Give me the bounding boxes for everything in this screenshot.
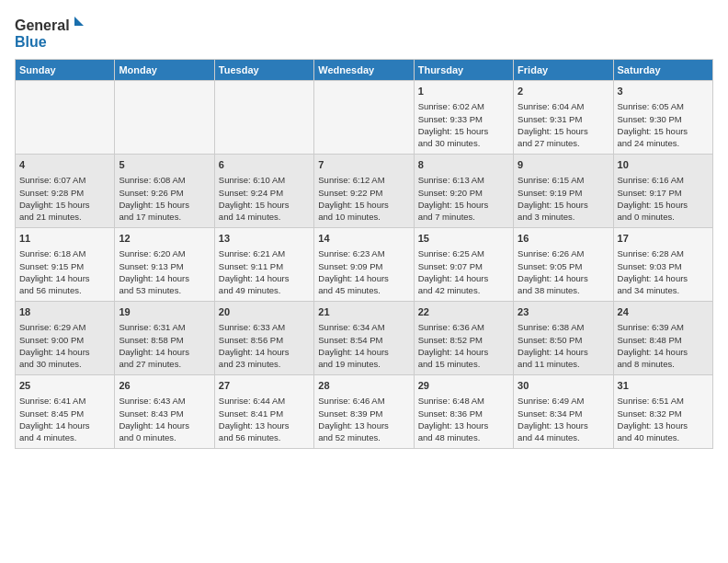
day-number: 24 xyxy=(618,305,709,319)
day-info: Daylight: 14 hours xyxy=(219,346,310,358)
calendar-cell: 1Sunrise: 6:02 AMSunset: 9:33 PMDaylight… xyxy=(414,81,513,155)
svg-text:General: General xyxy=(15,17,70,33)
day-info: Sunrise: 6:29 AM xyxy=(19,321,110,333)
day-info: Sunset: 8:34 PM xyxy=(518,408,609,419)
day-info: Sunset: 9:24 PM xyxy=(219,187,310,199)
day-info: and 3 minutes. xyxy=(518,211,609,223)
day-number: 13 xyxy=(219,232,310,246)
day-info: Daylight: 15 hours xyxy=(518,125,609,137)
svg-marker-2 xyxy=(74,17,84,26)
day-info: Sunrise: 6:51 AM xyxy=(618,395,709,407)
day-info: Daylight: 15 hours xyxy=(418,199,509,211)
day-info: Sunrise: 6:36 AM xyxy=(418,321,509,333)
day-info: and 10 minutes. xyxy=(318,211,409,223)
calendar-cell: 30Sunrise: 6:49 AMSunset: 8:34 PMDayligh… xyxy=(514,375,613,449)
day-info: Sunrise: 6:39 AM xyxy=(618,321,709,333)
calendar-week-row: 11Sunrise: 6:18 AMSunset: 9:15 PMDayligh… xyxy=(16,228,713,302)
day-info: and 38 minutes. xyxy=(518,284,609,296)
day-info: Sunrise: 6:41 AM xyxy=(19,395,110,407)
day-info: and 4 minutes. xyxy=(19,431,110,443)
calendar-cell: 31Sunrise: 6:51 AMSunset: 8:32 PMDayligh… xyxy=(613,375,712,449)
day-info: Sunset: 9:07 PM xyxy=(418,260,509,272)
day-info: Sunrise: 6:46 AM xyxy=(318,395,409,407)
day-info: Daylight: 15 hours xyxy=(518,199,609,211)
weekday-header: Sunday xyxy=(16,60,115,81)
calendar-cell: 20Sunrise: 6:33 AMSunset: 8:56 PMDayligh… xyxy=(214,302,313,375)
day-info: Daylight: 14 hours xyxy=(318,272,409,284)
day-info: Sunset: 9:31 PM xyxy=(518,113,609,125)
day-info: and 53 minutes. xyxy=(119,284,210,296)
day-info: Sunset: 9:22 PM xyxy=(318,187,409,199)
day-number: 27 xyxy=(219,379,310,393)
day-number: 31 xyxy=(618,379,709,393)
day-info: and 21 minutes. xyxy=(19,211,110,223)
day-info: Sunset: 8:45 PM xyxy=(19,408,110,419)
calendar-cell: 11Sunrise: 6:18 AMSunset: 9:15 PMDayligh… xyxy=(16,228,115,302)
day-info: Sunset: 9:13 PM xyxy=(119,260,210,272)
day-info: Sunset: 8:41 PM xyxy=(219,408,310,419)
day-info: Sunset: 8:36 PM xyxy=(418,408,509,419)
calendar-week-row: 25Sunrise: 6:41 AMSunset: 8:45 PMDayligh… xyxy=(16,375,713,449)
calendar-cell: 23Sunrise: 6:38 AMSunset: 8:50 PMDayligh… xyxy=(514,302,613,375)
day-info: Sunset: 9:09 PM xyxy=(318,260,409,272)
day-info: Sunrise: 6:12 AM xyxy=(318,174,409,186)
day-info: Sunrise: 6:13 AM xyxy=(418,174,509,186)
day-info: Sunset: 8:32 PM xyxy=(618,408,709,419)
day-info: Daylight: 13 hours xyxy=(618,419,709,431)
calendar-cell xyxy=(115,81,214,155)
day-info: and 30 minutes. xyxy=(418,137,509,149)
calendar-cell: 14Sunrise: 6:23 AMSunset: 9:09 PMDayligh… xyxy=(314,228,414,302)
day-info: Daylight: 13 hours xyxy=(219,419,310,431)
day-info: Sunrise: 6:33 AM xyxy=(219,321,310,333)
day-info: Sunrise: 6:34 AM xyxy=(318,321,409,333)
day-info: and 24 minutes. xyxy=(618,137,709,149)
calendar-cell: 10Sunrise: 6:16 AMSunset: 9:17 PMDayligh… xyxy=(613,155,712,228)
day-info: and 27 minutes. xyxy=(518,137,609,149)
day-info: and 56 minutes. xyxy=(19,284,110,296)
day-info: Sunset: 9:15 PM xyxy=(19,260,110,272)
calendar-cell: 29Sunrise: 6:48 AMSunset: 8:36 PMDayligh… xyxy=(414,375,513,449)
day-number: 8 xyxy=(418,158,509,172)
day-info: Daylight: 14 hours xyxy=(618,346,709,358)
day-info: Sunset: 8:56 PM xyxy=(219,334,310,346)
day-info: Daylight: 15 hours xyxy=(618,199,709,211)
day-info: Sunset: 9:30 PM xyxy=(618,113,709,125)
day-info: and 56 minutes. xyxy=(219,431,310,443)
calendar-cell: 6Sunrise: 6:10 AMSunset: 9:24 PMDaylight… xyxy=(214,155,313,228)
day-info: Sunrise: 6:16 AM xyxy=(618,174,709,186)
day-info: Sunrise: 6:31 AM xyxy=(119,321,210,333)
day-info: and 27 minutes. xyxy=(119,358,210,370)
day-info: Sunrise: 6:25 AM xyxy=(418,247,509,259)
day-info: Sunset: 8:39 PM xyxy=(318,408,409,419)
day-info: Daylight: 14 hours xyxy=(418,346,509,358)
day-info: and 45 minutes. xyxy=(318,284,409,296)
day-info: Daylight: 15 hours xyxy=(119,199,210,211)
day-info: Daylight: 14 hours xyxy=(318,346,409,358)
calendar-cell: 18Sunrise: 6:29 AMSunset: 9:00 PMDayligh… xyxy=(16,302,115,375)
day-info: Sunrise: 6:49 AM xyxy=(518,395,609,407)
day-info: and 15 minutes. xyxy=(418,358,509,370)
logo: GeneralBlue xyxy=(15,15,88,52)
day-number: 10 xyxy=(618,158,709,172)
day-info: and 23 minutes. xyxy=(219,358,310,370)
calendar-table: SundayMondayTuesdayWednesdayThursdayFrid… xyxy=(15,59,713,449)
weekday-header: Tuesday xyxy=(214,60,313,81)
day-number: 20 xyxy=(219,305,310,319)
day-info: Daylight: 15 hours xyxy=(618,125,709,137)
day-info: Sunrise: 6:26 AM xyxy=(518,247,609,259)
day-info: Daylight: 14 hours xyxy=(119,272,210,284)
calendar-cell: 16Sunrise: 6:26 AMSunset: 9:05 PMDayligh… xyxy=(514,228,613,302)
day-info: Daylight: 14 hours xyxy=(618,272,709,284)
day-info: and 11 minutes. xyxy=(518,358,609,370)
day-info: and 17 minutes. xyxy=(119,211,210,223)
day-number: 4 xyxy=(19,158,110,172)
day-number: 14 xyxy=(318,232,409,246)
day-info: Sunrise: 6:23 AM xyxy=(318,247,409,259)
day-info: Daylight: 14 hours xyxy=(518,272,609,284)
day-number: 23 xyxy=(518,305,609,319)
day-info: Sunset: 9:17 PM xyxy=(618,187,709,199)
day-info: Daylight: 14 hours xyxy=(119,419,210,431)
day-info: Sunset: 9:19 PM xyxy=(518,187,609,199)
day-number: 25 xyxy=(19,379,110,393)
day-number: 16 xyxy=(518,232,609,246)
